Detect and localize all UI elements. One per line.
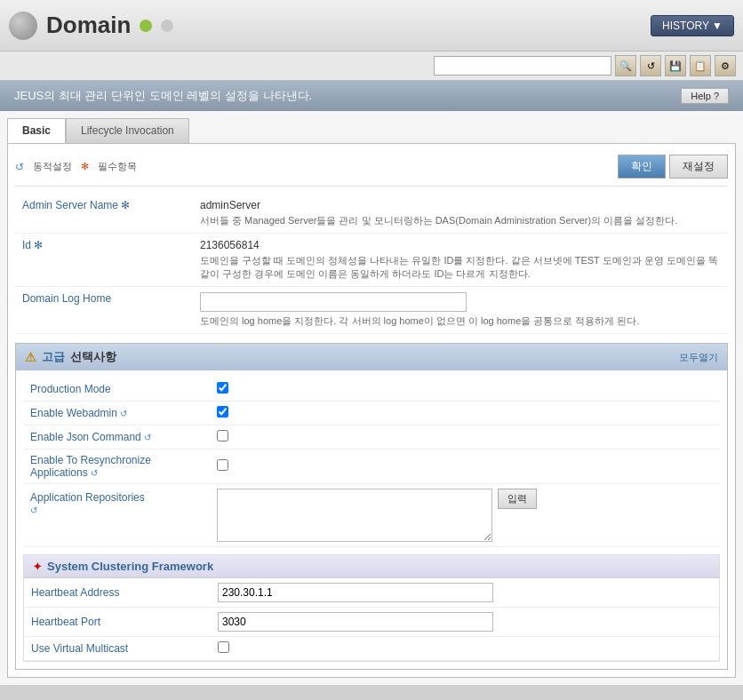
tabs-container: Basic Lifecycle Invocation bbox=[7, 118, 736, 143]
sync-icon[interactable]: ↺ bbox=[91, 468, 98, 478]
input-button[interactable]: 입력 bbox=[498, 489, 537, 509]
domain-log-label: Domain Log Home bbox=[15, 287, 193, 334]
table-row: Enable Json Command ↺ bbox=[23, 426, 720, 449]
advanced-subtitle: 선택사항 bbox=[70, 349, 116, 365]
refresh-icon-button[interactable]: ↺ bbox=[640, 55, 661, 76]
main-content: Basic Lifecycle Invocation ↺ 동적설정 ✻ 필수항목… bbox=[0, 111, 743, 685]
advanced-title-text: 고급 bbox=[42, 349, 65, 365]
info-message: JEUS의 최대 관리 단위인 도메인 레벨의 설정을 나타낸다. bbox=[14, 88, 312, 104]
warning-icon: ⚠ bbox=[25, 350, 36, 364]
form-actions: ↺ 동적설정 ✻ 필수항목 확인 재설정 bbox=[15, 151, 728, 187]
history-button[interactable]: HISTORY ▼ bbox=[651, 15, 734, 36]
admin-server-label: Admin Server Name ✻ bbox=[15, 194, 193, 234]
toolbar: 🔍 ↺ 💾 📋 ⚙ bbox=[0, 52, 743, 81]
dynamic-icon: ↺ bbox=[15, 161, 24, 173]
enable-json-checkbox[interactable] bbox=[217, 430, 228, 441]
settings-icon-button[interactable]: ⚙ bbox=[715, 55, 736, 76]
advanced-header: ⚠ 고급 선택사항 모두열기 bbox=[16, 344, 727, 370]
info-bar: JEUS의 최대 관리 단위인 도메인 레벨의 설정을 나타낸다. Help ? bbox=[0, 81, 743, 111]
sync-icon[interactable]: ↺ bbox=[30, 505, 37, 515]
table-row: Domain Log Home 도메인의 log home을 지정한다. 각 서… bbox=[15, 287, 728, 334]
table-row: Heartbeat Address bbox=[24, 578, 719, 608]
advanced-table: Production Mode Enable Webadmin ↺ bbox=[23, 378, 720, 547]
domain-log-desc: 도메인의 log home을 지정한다. 각 서버의 log home이 없으면… bbox=[200, 314, 721, 328]
resync-apps-label: Enable To Resynchronize Applications ↺ bbox=[23, 449, 210, 484]
status-circle-green bbox=[140, 20, 152, 32]
tab-lifecycle-invocation[interactable]: Lifecycle Invocation bbox=[66, 118, 189, 143]
heartbeat-port-label: Heartbeat Port bbox=[24, 608, 211, 637]
production-mode-label: Production Mode bbox=[23, 378, 210, 402]
form-panel: ↺ 동적설정 ✻ 필수항목 확인 재설정 Admin Server Name ✻ bbox=[7, 143, 736, 678]
table-row: Id ✻ 2136056814 도메인을 구성할 때 도메인의 정체성을 나타내… bbox=[15, 234, 728, 287]
advanced-section: ⚠ 고급 선택사항 모두열기 Production Mode bbox=[15, 343, 728, 670]
help-button[interactable]: Help ? bbox=[681, 88, 729, 104]
clustering-title: System Clustering Framework bbox=[47, 560, 213, 573]
clustering-section: ✦ System Clustering Framework Heartbeat … bbox=[23, 554, 720, 662]
sync-icon[interactable]: ↺ bbox=[120, 409, 127, 418]
production-mode-checkbox[interactable] bbox=[217, 382, 228, 394]
page-title: Domain bbox=[46, 12, 131, 39]
heartbeat-address-input[interactable] bbox=[218, 583, 493, 602]
repo-area: 입력 bbox=[217, 489, 713, 542]
domain-icon-circle bbox=[9, 12, 37, 40]
domain-title: Domain bbox=[9, 12, 173, 40]
export-icon-button[interactable]: 📋 bbox=[690, 55, 711, 76]
search-input[interactable] bbox=[434, 56, 611, 76]
required-icon: ✻ bbox=[81, 161, 89, 172]
use-virtual-multicast-label: Use Virtual Multicast bbox=[24, 637, 211, 661]
table-row: Enable Webadmin ↺ bbox=[23, 402, 720, 426]
heartbeat-port-input[interactable] bbox=[218, 612, 493, 632]
app-repos-textarea[interactable] bbox=[217, 489, 492, 542]
table-row: Production Mode bbox=[23, 378, 720, 402]
admin-server-desc: 서버들 중 Managed Server들을 관리 및 모니터링하는 DAS(D… bbox=[200, 214, 721, 227]
dynamic-label: 동적설정 bbox=[33, 160, 72, 173]
admin-server-value: adminServer bbox=[200, 199, 721, 211]
enable-webadmin-label: Enable Webadmin ↺ bbox=[23, 402, 210, 426]
id-label: Id ✻ bbox=[15, 234, 193, 287]
search-icon-button[interactable]: 🔍 bbox=[615, 55, 636, 76]
table-row: Admin Server Name ✻ adminServer 서버들 중 Ma… bbox=[15, 194, 728, 234]
app-repos-label: Application Repositories ↺ bbox=[23, 484, 210, 547]
table-row: Application Repositories ↺ 입력 bbox=[23, 484, 720, 547]
use-virtual-multicast-checkbox[interactable] bbox=[218, 641, 229, 653]
domain-log-input[interactable] bbox=[200, 292, 467, 312]
save-icon-button[interactable]: 💾 bbox=[665, 55, 686, 76]
top-bar: Domain HISTORY ▼ bbox=[0, 0, 743, 52]
table-row: Heartbeat Port bbox=[24, 608, 719, 637]
enable-webadmin-checkbox[interactable] bbox=[217, 406, 228, 418]
clustering-icon: ✦ bbox=[33, 561, 42, 573]
form-table: Admin Server Name ✻ adminServer 서버들 중 Ma… bbox=[15, 194, 728, 334]
confirm-button[interactable]: 확인 bbox=[618, 155, 666, 179]
enable-json-label: Enable Json Command ↺ bbox=[23, 426, 210, 449]
required-label: 필수항목 bbox=[98, 160, 137, 173]
heartbeat-address-label: Heartbeat Address bbox=[24, 578, 211, 608]
clustering-header: ✦ System Clustering Framework bbox=[24, 555, 719, 578]
advanced-body: Production Mode Enable Webadmin ↺ bbox=[16, 370, 727, 669]
id-desc: 도메인을 구성할 때 도메인의 정체성을 나타내는 유일한 ID를 지정한다. … bbox=[200, 254, 721, 281]
reset-button[interactable]: 재설정 bbox=[669, 155, 728, 179]
resync-apps-checkbox[interactable] bbox=[217, 459, 228, 471]
cluster-table: Heartbeat Address Heartbeat Port bbox=[24, 578, 719, 661]
id-value: 2136056814 bbox=[200, 239, 721, 251]
sync-icon[interactable]: ↺ bbox=[144, 433, 151, 442]
table-row: Use Virtual Multicast bbox=[24, 637, 719, 661]
tab-basic[interactable]: Basic bbox=[7, 118, 66, 143]
status-circle-light bbox=[161, 20, 173, 32]
table-row: Enable To Resynchronize Applications ↺ bbox=[23, 449, 720, 484]
collapse-button[interactable]: 모두열기 bbox=[679, 351, 718, 364]
